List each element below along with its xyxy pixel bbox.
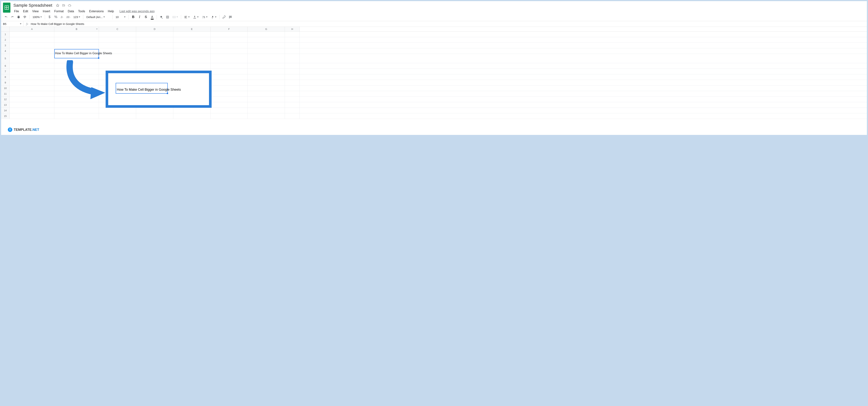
cell[interactable]: [54, 63, 99, 69]
cell[interactable]: [54, 37, 99, 42]
menu-format[interactable]: Format: [53, 9, 66, 14]
cell[interactable]: [10, 69, 54, 74]
cell[interactable]: [173, 108, 211, 113]
cell[interactable]: [285, 48, 300, 54]
last-edit-link[interactable]: Last edit was seconds ago: [118, 9, 157, 14]
cell[interactable]: [136, 48, 173, 54]
cell[interactable]: [211, 37, 248, 42]
cell[interactable]: [10, 32, 54, 37]
cell[interactable]: [248, 54, 285, 63]
cell[interactable]: [285, 43, 300, 48]
cell[interactable]: [99, 108, 136, 113]
cell[interactable]: [10, 43, 54, 48]
cell[interactable]: [248, 48, 285, 54]
cell[interactable]: [54, 74, 99, 80]
cell[interactable]: [99, 37, 136, 42]
row-header[interactable]: 7: [1, 69, 10, 74]
vertical-align-dropdown[interactable]: [191, 14, 200, 20]
row-header[interactable]: 12: [1, 97, 10, 102]
menu-insert[interactable]: Insert: [41, 9, 52, 14]
menu-file[interactable]: File: [12, 9, 21, 14]
bold-button[interactable]: B: [130, 14, 136, 20]
cell[interactable]: [136, 54, 173, 63]
cell[interactable]: [10, 37, 54, 42]
cell[interactable]: [285, 102, 300, 108]
cell[interactable]: [211, 102, 248, 108]
cell[interactable]: [54, 91, 99, 96]
cell[interactable]: [285, 91, 300, 96]
cell[interactable]: [173, 48, 211, 54]
cell[interactable]: [10, 91, 54, 96]
font-size-dropdown[interactable]: 10: [114, 14, 127, 20]
cell[interactable]: [54, 32, 99, 37]
cell[interactable]: [54, 97, 99, 102]
paint-format-button[interactable]: [22, 14, 28, 20]
column-header-f[interactable]: F: [211, 27, 248, 31]
decrease-decimal-button[interactable]: .0←: [59, 14, 65, 20]
column-header-a[interactable]: A: [10, 27, 54, 31]
cell[interactable]: [211, 80, 248, 85]
menu-data[interactable]: Data: [66, 9, 76, 14]
cell[interactable]: [285, 113, 300, 119]
cell[interactable]: [136, 108, 173, 113]
document-title[interactable]: Sample Spreadsheet: [12, 3, 53, 8]
menu-help[interactable]: Help: [106, 9, 116, 14]
font-dropdown[interactable]: Default (Ari...: [85, 14, 111, 20]
cell[interactable]: [54, 102, 99, 108]
cell[interactable]: [248, 108, 285, 113]
cell[interactable]: [285, 69, 300, 74]
format-percent-button[interactable]: %: [53, 14, 59, 20]
cell[interactable]: [248, 97, 285, 102]
cell[interactable]: [285, 32, 300, 37]
cell[interactable]: [10, 80, 54, 85]
cell[interactable]: [248, 102, 285, 108]
cell[interactable]: [54, 108, 99, 113]
select-all-corner[interactable]: [1, 27, 10, 31]
merge-cells-dropdown[interactable]: [171, 14, 180, 20]
cell[interactable]: [211, 97, 248, 102]
strikethrough-button[interactable]: S: [143, 14, 149, 20]
cell[interactable]: [173, 37, 211, 42]
spreadsheet-grid[interactable]: A B C D E F G H 123456789101112131415 Ho…: [1, 27, 867, 119]
cell[interactable]: [248, 74, 285, 80]
cell[interactable]: [211, 108, 248, 113]
cell[interactable]: [10, 102, 54, 108]
cell[interactable]: [99, 48, 136, 54]
sheets-logo-icon[interactable]: [3, 3, 10, 13]
star-icon[interactable]: [56, 4, 59, 7]
row-header[interactable]: 14: [1, 108, 10, 113]
row-header[interactable]: 4: [1, 48, 10, 54]
cell[interactable]: [136, 63, 173, 69]
cell[interactable]: [173, 43, 211, 48]
column-header-h[interactable]: H: [285, 27, 300, 31]
cell[interactable]: [136, 113, 173, 119]
column-header-g[interactable]: G: [248, 27, 285, 31]
cell[interactable]: [211, 86, 248, 91]
print-button[interactable]: [16, 14, 22, 20]
cell[interactable]: [173, 54, 211, 63]
cell[interactable]: [54, 80, 99, 85]
cell[interactable]: [248, 43, 285, 48]
row-header[interactable]: 6: [1, 63, 10, 69]
cell[interactable]: [285, 63, 300, 69]
text-color-button[interactable]: A: [149, 14, 155, 20]
cell[interactable]: [173, 113, 211, 119]
cell[interactable]: [54, 43, 99, 48]
cell[interactable]: [285, 37, 300, 42]
cell[interactable]: [248, 80, 285, 85]
cell[interactable]: [54, 113, 99, 119]
row-header[interactable]: 15: [1, 113, 10, 119]
cell[interactable]: [136, 32, 173, 37]
text-rotation-dropdown[interactable]: [209, 14, 218, 20]
row-header[interactable]: 5: [1, 54, 10, 63]
cell[interactable]: [10, 108, 54, 113]
cell[interactable]: [54, 69, 99, 74]
cell[interactable]: [10, 63, 54, 69]
row-header[interactable]: 2: [1, 37, 10, 42]
cell[interactable]: [211, 69, 248, 74]
name-box[interactable]: B5: [1, 21, 24, 27]
format-currency-button[interactable]: $: [46, 14, 53, 20]
cell[interactable]: [10, 86, 54, 91]
move-icon[interactable]: [62, 4, 65, 7]
cell[interactable]: [54, 54, 99, 63]
